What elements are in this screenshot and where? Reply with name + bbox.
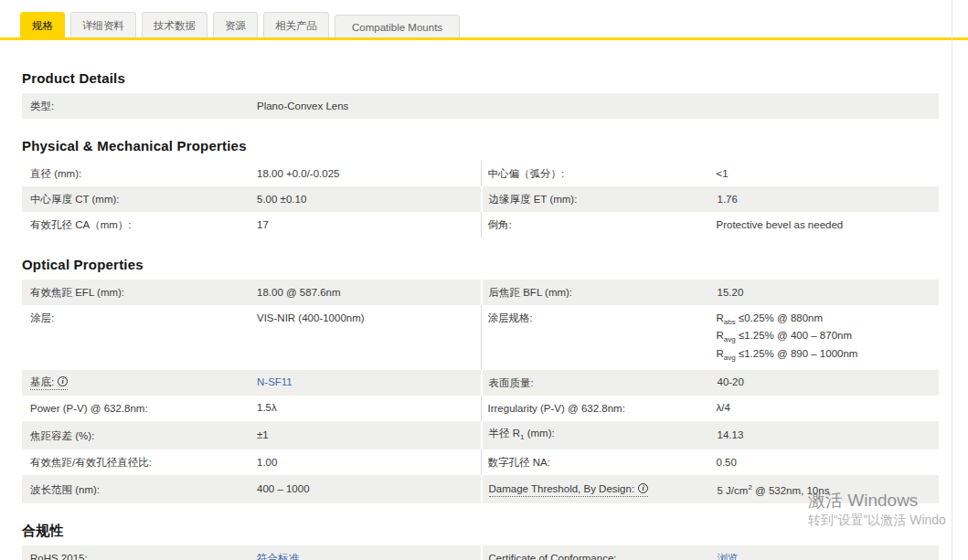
table-row: 基底:i N-SF11 表面质量: 40-20 [22, 370, 939, 396]
spec-label: 有效焦距/有效孔径直径比: [22, 450, 257, 474]
tab-technical-data[interactable]: 技术数据 [142, 12, 207, 40]
table-row: 焦距容差 (%): ±1 半径 R1 (mm): 14.13 [22, 421, 939, 449]
spec-value: 0.50 [717, 450, 940, 475]
tab-related-products[interactable]: 相关产品 [263, 12, 329, 40]
spec-label: 数字孔径 NA: [482, 450, 717, 474]
spec-label: 有效焦距 EFL (mm): [22, 280, 257, 304]
spec-label: 直径 (mm): [22, 162, 257, 185]
tab-specs[interactable]: 规格 [20, 12, 65, 40]
spec-label: 涂层: [22, 305, 257, 330]
spec-value: 1.76 [718, 187, 940, 212]
spec-value: VIS-NIR (400-1000nm) [257, 305, 481, 331]
spec-label: 表面质量: [483, 371, 718, 395]
section-title-product-details: Product Details [22, 69, 968, 88]
product-tab-bar: 规格 详细资料 技术数据 资源 相关产品 Compatible Mounts [0, 0, 968, 40]
info-icon[interactable]: i [58, 376, 68, 386]
section-title-optical: Optical Properties [22, 256, 968, 274]
spec-label: Damage Threshold, By Design: [489, 482, 635, 495]
spec-value: 14.13 [718, 423, 940, 448]
table-row: 直径 (mm): 18.00 +0.0/-0.025 中心偏（弧分）: <1 [22, 161, 939, 186]
tab-compatible-mounts[interactable]: Compatible Mounts [335, 15, 460, 40]
spec-label: 有效孔径 CA（mm）: [22, 213, 257, 237]
table-row: RoHS 2015: 符合标准 Certificate of Conforman… [22, 545, 939, 560]
certificate-view-link[interactable]: 浏览 [718, 553, 739, 560]
spec-value: 15.20 [718, 280, 940, 305]
active-tab-underline [0, 37, 968, 40]
table-row: 有效焦距 EFL (mm): 18.00 @ 587.6nm 后焦距 BFL (… [22, 280, 939, 305]
spec-value: Protective bevel as needed [717, 213, 940, 238]
spec-value: ±1 [257, 423, 481, 448]
section-title-compliance: 合规性 [22, 522, 968, 540]
damage-threshold-label-tooltip: Damage Threshold, By Design:i [489, 482, 649, 497]
table-row: 有效孔径 CA（mm）: 17 倒角: Protective bevel as … [22, 212, 939, 238]
compliance-table: RoHS 2015: 符合标准 Certificate of Conforman… [22, 545, 939, 560]
spec-label-radius-r1: 半径 R1 (mm): [483, 421, 718, 449]
spec-value: 40-20 [718, 370, 940, 395]
spec-value-coating-specs: Rabs ≤0.25% @ 880nmRavg ≤1.25% @ 400 – 8… [717, 305, 940, 370]
spec-label: 焦距容差 (%): [22, 424, 257, 448]
spec-label: 中心偏（弧分）: [482, 162, 717, 185]
info-icon[interactable]: i [638, 483, 648, 493]
spec-label: 倒角: [482, 213, 717, 237]
optical-properties-table: 有效焦距 EFL (mm): 18.00 @ 587.6nm 后焦距 BFL (… [22, 280, 939, 503]
physical-properties-table: 直径 (mm): 18.00 +0.0/-0.025 中心偏（弧分）: <1 中… [22, 161, 939, 238]
substrate-link[interactable]: N-SF11 [257, 376, 293, 387]
specs-content: Product Details 类型: Plano-Convex Lens Ph… [0, 69, 968, 560]
spec-value: 18.00 @ 587.6nm [257, 280, 481, 305]
spec-label: RoHS 2015: [22, 546, 257, 560]
spec-label: 基底: [30, 375, 54, 388]
spec-value: 5.00 ±0.10 [257, 187, 481, 212]
table-row: 中心厚度 CT (mm): 5.00 ±0.10 边缘厚度 ET (mm): 1… [22, 186, 939, 212]
spec-label: 边缘厚度 ET (mm): [483, 187, 718, 211]
substrate-label-tooltip: 基底:i [30, 375, 68, 390]
spec-label: 波长范围 (nm): [22, 478, 257, 502]
spec-value-damage-threshold: 5 J/cm2 @ 532nm, 10ns [718, 475, 940, 503]
table-row: 涂层: VIS-NIR (400-1000nm) 涂层规格: Rabs ≤0.2… [22, 305, 939, 370]
spec-value: 18.00 +0.0/-0.025 [257, 162, 481, 186]
spec-label: 中心厚度 CT (mm): [22, 187, 257, 211]
spec-value: 1.00 [257, 450, 481, 475]
spec-label: Irregularity (P-V) @ 632.8nm: [482, 396, 717, 420]
spec-value: λ/4 [717, 396, 940, 420]
spec-value: <1 [717, 162, 940, 186]
spec-label: 类型: [22, 94, 257, 118]
product-details-table: 类型: Plano-Convex Lens [22, 93, 939, 119]
spec-label: 后焦距 BFL (mm): [483, 280, 718, 304]
spec-value: Plano-Convex Lens [257, 94, 939, 119]
section-title-physical: Physical & Mechanical Properties [22, 137, 968, 155]
tab-detailed-info[interactable]: 详细资料 [70, 12, 136, 40]
tab-resources[interactable]: 资源 [213, 12, 258, 40]
spec-value: 17 [257, 213, 481, 238]
spec-label: 涂层规格: [482, 305, 717, 330]
spec-label: Power (P-V) @ 632.8nm: [22, 396, 257, 420]
table-row: 类型: Plano-Convex Lens [22, 93, 939, 119]
spec-label: Certificate of Conformance: [483, 546, 718, 560]
spec-value: 1.5λ [257, 396, 481, 420]
table-row: Power (P-V) @ 632.8nm: 1.5λ Irregularity… [22, 396, 939, 421]
table-row: 有效焦距/有效孔径直径比: 1.00 数字孔径 NA: 0.50 [22, 449, 939, 475]
page-edge-divider [952, 0, 952, 560]
rohs-compliant-link[interactable]: 符合标准 [257, 553, 299, 560]
table-row: 波长范围 (nm): 400 – 1000 Damage Threshold, … [22, 475, 939, 503]
spec-value: 400 – 1000 [257, 477, 481, 502]
